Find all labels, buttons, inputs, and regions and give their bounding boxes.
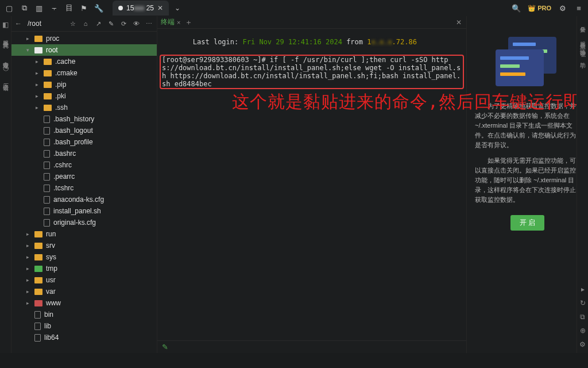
rr-icon-5[interactable]: ⚙ <box>579 340 586 348</box>
illustration <box>488 33 568 91</box>
bottom-bar <box>0 353 588 368</box>
tree-item-.pearrc[interactable]: ▸.pearrc <box>11 171 157 182</box>
icon-flag[interactable]: ⚑ <box>79 3 88 13</box>
tree-item-.cmake[interactable]: ▸.cmake <box>11 67 157 79</box>
tree-item-var[interactable]: ▸var <box>11 286 157 297</box>
tree-item-.pip[interactable]: ▸.pip <box>11 79 157 90</box>
tree-item-usr[interactable]: ▸usr <box>11 274 157 286</box>
tree-item-original-ks.cfg[interactable]: ▸original-ks.cfg <box>11 217 157 228</box>
eye-icon[interactable]: 👁 <box>131 19 141 28</box>
star-icon[interactable]: ☆ <box>68 19 78 28</box>
rail-label-cmd[interactable]: 命令管理 <box>2 57 10 59</box>
rr-icon-1[interactable]: ▸ <box>581 285 585 293</box>
tree-item-bin[interactable]: ▸bin <box>11 309 157 320</box>
panel-close-icon[interactable]: ✕ <box>456 18 462 26</box>
rr-quick-cmd[interactable]: 快捷命令 <box>579 44 587 47</box>
rr-icon-4[interactable]: ⊕ <box>580 327 586 335</box>
tree-item-.bashrc[interactable]: ▸.bashrc <box>11 148 157 159</box>
tree-item-.tcshrc[interactable]: ▸.tcshrc <box>11 182 157 194</box>
rr-icon-3[interactable]: ⧉ <box>580 313 585 321</box>
icon-box[interactable]: ▢ <box>5 3 14 13</box>
terminal[interactable]: Last login: Fri Nov 29 12:41:16 2024 fro… <box>157 29 466 340</box>
rr-server-info[interactable]: 服务器信息 <box>579 37 587 40</box>
tree-item-root[interactable]: ▾root <box>11 44 157 56</box>
tree-item-.cshrc[interactable]: ▸.cshrc <box>11 159 157 171</box>
rr-close-icon[interactable]: × <box>581 26 584 33</box>
info-panel: 为了更精确地获取监控数据，并减少不必要的数据传输，系统会在 ~/.xtermin… <box>466 16 588 353</box>
tab-session[interactable]: 15xxx 25 ✕ <box>113 1 169 16</box>
file-sidebar: ← /root ☆ ⌂ ↗ ✎ ⟳ 👁 ⋯ ▸proc▾root▸.cache▸… <box>11 16 157 353</box>
login-line: Last login: Fri Nov 29 12:41:16 2024 fro… <box>160 30 464 54</box>
tree-item-.cache[interactable]: ▸.cache <box>11 56 157 67</box>
tree-item-.ssh[interactable]: ▸.ssh <box>11 102 157 113</box>
menu-icon[interactable]: ≡ <box>574 3 583 13</box>
tree-item-lib[interactable]: ▸lib <box>11 320 157 332</box>
tab-dropdown[interactable]: ⌄ <box>172 1 183 16</box>
command-line: [root@ser929893380603 ~]# if [ -f /usr/b… <box>162 56 462 88</box>
locate-icon[interactable]: ↗ <box>94 19 103 28</box>
pro-badge[interactable]: 👑 PRO <box>528 5 551 12</box>
path-input[interactable]: /root <box>25 18 66 29</box>
terminal-tab[interactable]: 终端× <box>161 17 180 27</box>
tree-item-www[interactable]: ▸www <box>11 297 157 309</box>
tab-label: 15xxx 25 <box>126 4 154 12</box>
tree-item-.bash_profile[interactable]: ▸.bash_profile <box>11 136 157 148</box>
icon-columns[interactable]: ▥ <box>34 3 44 13</box>
tree-item-anaconda-ks.cfg[interactable]: ▸anaconda-ks.cfg <box>11 194 157 205</box>
tree-item-tmp[interactable]: ▸tmp <box>11 263 157 274</box>
tree-item-lib64[interactable]: ▸lib64 <box>11 332 157 343</box>
tree-item-install_panel.sh[interactable]: ▸install_panel.sh <box>11 205 157 217</box>
rail-label-history[interactable]: 历史会话 <box>2 79 10 81</box>
close-icon[interactable]: ✕ <box>157 4 163 12</box>
tree-item-.bash_history[interactable]: ▸.bash_history <box>11 113 157 125</box>
rr-collapse[interactable]: 折叠 <box>579 22 587 23</box>
terminal-footer: ✎ <box>157 340 466 353</box>
open-button[interactable]: 开 启 <box>510 215 544 231</box>
icon-copy[interactable]: ⧉ <box>20 3 29 13</box>
back-icon[interactable]: ← <box>15 20 23 28</box>
history-icon[interactable]: ◷ <box>3 64 9 72</box>
rail-label-server[interactable]: 服务器 <box>2 36 10 37</box>
new-tab-icon[interactable]: ＋ <box>185 17 192 28</box>
more-icon[interactable]: ⋯ <box>144 19 153 28</box>
annotation-overlay: 这个就是黏贴进来的命令,然后回车键运行即可 <box>232 98 588 106</box>
dot-icon <box>118 6 123 10</box>
rr-icon-2[interactable]: ↻ <box>580 299 586 307</box>
file-tree[interactable]: ▸proc▾root▸.cache▸.cmake▸.pip▸.pki▸.ssh▸… <box>11 32 157 353</box>
icon-split[interactable]: ⫟ <box>49 3 59 13</box>
center-panel: 终端× ＋ ✕ Last login: Fri Nov 29 12:41:16 … <box>157 16 466 353</box>
tree-item-run[interactable]: ▸run <box>11 228 157 240</box>
rr-ai[interactable]: AI助手 <box>579 51 587 59</box>
icon-wrench[interactable]: 🔧 <box>94 3 103 13</box>
tree-item-proc[interactable]: ▸proc <box>11 33 157 44</box>
right-rail: 折叠 × 服务器信息 快捷命令 AI助手 ▸ ↻ ⧉ ⊕ ⚙ <box>577 16 588 353</box>
command-highlight-box: [root@ser929893380603 ~]# if [ -f /usr/b… <box>160 55 464 89</box>
home-icon[interactable]: ⌂ <box>81 19 90 28</box>
search-icon[interactable]: 🔍 <box>512 3 521 13</box>
cmd-icon[interactable]: ⌘ <box>2 42 9 50</box>
server-icon[interactable]: ◧ <box>2 21 9 29</box>
tab-close-icon[interactable]: × <box>177 19 180 26</box>
left-rail: ◧ 服务器 ⌘ 命令管理 ◷ 历史会话 <box>0 16 11 353</box>
edit-icon[interactable]: ✎ <box>106 19 115 28</box>
tree-item-.bash_logout[interactable]: ▸.bash_logout <box>11 125 157 136</box>
footer-pen-icon[interactable]: ✎ <box>162 343 168 351</box>
info-text-2: 如果觉得无需开启监控功能，可以直接点击关闭。如果已经开启监控功能，随时可以删除 … <box>471 156 583 205</box>
tree-item-sys[interactable]: ▸sys <box>11 251 157 263</box>
tree-item-srv[interactable]: ▸srv <box>11 240 157 251</box>
tree-item-.pki[interactable]: ▸.pki <box>11 90 157 102</box>
titlebar: ▢ ⧉ ▥ ⫟ 目 ⚑ 🔧 15xxx 25 ✕ ⌄ 🔍 👑 PRO ⚙ ≡ <box>0 0 588 16</box>
gear-icon[interactable]: ⚙ <box>558 3 567 13</box>
refresh-icon[interactable]: ⟳ <box>119 19 128 28</box>
icon-list[interactable]: 目 <box>64 3 74 13</box>
